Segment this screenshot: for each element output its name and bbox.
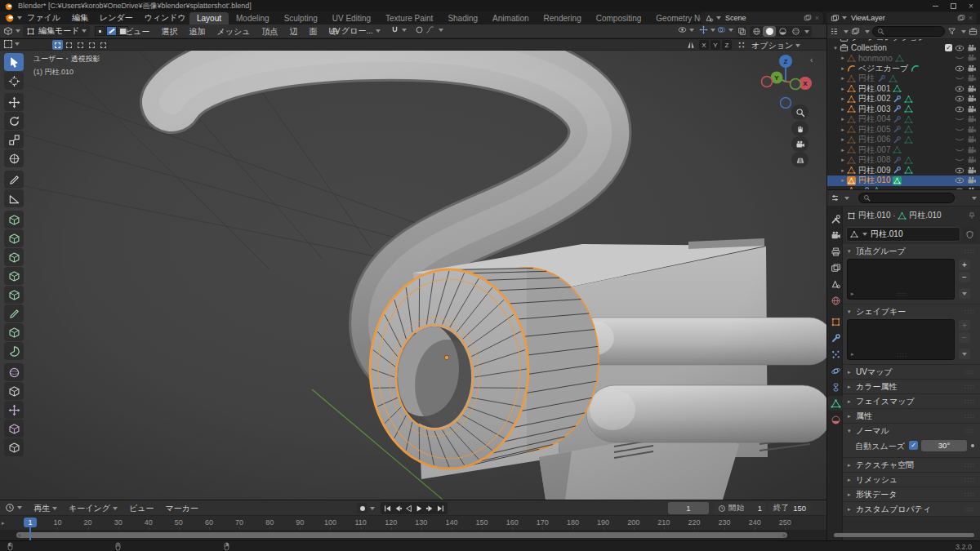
timeline-menu-1[interactable]: キーイング <box>63 503 123 514</box>
xray-toggle[interactable] <box>736 26 747 37</box>
mirror-y-button[interactable]: Y <box>710 40 720 50</box>
sidebar-toggle[interactable]: ‹ <box>810 56 813 64</box>
mirror-x-button[interactable]: X <box>699 40 709 50</box>
tool-scale[interactable] <box>4 131 24 149</box>
render-camera-icon[interactable] <box>967 145 977 155</box>
properties-tab-world[interactable] <box>828 293 843 308</box>
section-header-フェイスマップ[interactable]: ▸フェイスマップ:::: <box>843 394 980 408</box>
viewport-menu-0[interactable]: ビュー <box>119 26 155 38</box>
outliner-row-円柱[interactable]: ▸円柱 <box>827 73 980 84</box>
workspace-tab-layout[interactable]: Layout <box>189 12 229 24</box>
disclosure-icon[interactable]: ▸ <box>839 65 847 72</box>
disclosure-icon[interactable]: ▸ <box>839 75 847 82</box>
object-icon[interactable] <box>847 211 856 220</box>
frame-end-field[interactable]: 終了150 <box>768 502 811 514</box>
properties-tab-constraints[interactable] <box>828 380 843 394</box>
tool-select-box[interactable] <box>4 53 24 71</box>
titlebar[interactable]: Blender* [C:¥Users¥korob¥OneDrive¥画像¥ble… <box>0 0 980 11</box>
edge-select-button[interactable] <box>106 26 117 36</box>
visibility-eye-icon[interactable] <box>955 104 964 114</box>
remove-icon[interactable]: × <box>969 14 973 22</box>
play-reverse-icon[interactable] <box>403 504 414 513</box>
auto-smooth-angle-field[interactable]: 30° <box>921 440 967 451</box>
section-header-属性[interactable]: ▸属性:::: <box>843 409 980 423</box>
viewlayer-selector[interactable]: ViewLayer × <box>826 12 977 24</box>
outliner-row-円柱.008[interactable]: ▸円柱.008 <box>827 155 980 166</box>
tool-annotate[interactable] <box>4 171 24 189</box>
timeline-editor-button[interactable] <box>5 503 22 513</box>
render-camera-icon[interactable] <box>967 73 977 83</box>
visibility-eye-icon[interactable] <box>955 43 964 53</box>
outliner-row-円柱.003[interactable]: ▸円柱.003 <box>827 104 980 115</box>
workspace-tab-texture-paint[interactable]: Texture Paint <box>378 12 440 24</box>
workspace-tab-animation[interactable]: Animation <box>485 12 536 24</box>
disclosure-icon[interactable]: ▸ <box>839 96 847 102</box>
outliner-row-円柱.002[interactable]: ▸円柱.002 <box>827 94 980 104</box>
visibility-eye-icon[interactable] <box>955 155 964 165</box>
visibility-eye-icon[interactable] <box>955 135 964 144</box>
visibility-dropdown[interactable] <box>678 25 694 34</box>
timeline-scrollbar[interactable] <box>16 532 787 538</box>
gizmo-neg-z[interactable] <box>781 98 791 109</box>
animate-dot-button[interactable] <box>971 444 974 447</box>
disclosure-icon[interactable]: ▸ <box>839 86 847 92</box>
minimize-icon[interactable] <box>926 0 944 11</box>
visibility-eye-icon[interactable] <box>955 145 964 155</box>
close-icon[interactable]: × <box>962 0 980 11</box>
timeline-track[interactable] <box>0 530 826 540</box>
disclosure-icon[interactable]: ▸ <box>839 157 847 163</box>
viewport-menu-6[interactable]: 面 <box>303 26 323 38</box>
play-icon[interactable] <box>414 504 425 513</box>
outliner-row-ベジエカーブ[interactable]: ▸ベジエカーブ <box>827 64 980 74</box>
add-item-button[interactable]: + <box>959 320 970 331</box>
tool-transform[interactable] <box>4 149 24 167</box>
timeline-ruler[interactable]: ▸ 10203040506070809010011012013014015016… <box>0 516 826 530</box>
ortho-grid-button[interactable] <box>791 152 808 167</box>
render-camera-icon[interactable] <box>967 94 977 104</box>
name-field[interactable]: 円柱.010 <box>846 227 960 242</box>
breadcrumb-object[interactable]: 円柱.010 <box>858 210 890 221</box>
render-camera-icon[interactable] <box>967 125 977 135</box>
next-keyframe-icon[interactable] <box>425 504 435 513</box>
outliner-row-円柱.009[interactable]: ▸円柱.009 <box>827 166 980 176</box>
properties-tab-render[interactable] <box>828 228 843 242</box>
material-shading-button[interactable] <box>776 26 789 37</box>
topbar-menu-1[interactable]: 編集 <box>66 12 94 24</box>
section-header-シェイプキー[interactable]: ▾シェイプキー:::: <box>843 304 980 318</box>
disclosure-icon[interactable]: ▸ <box>839 188 847 189</box>
gizmo-neg-y[interactable] <box>791 79 801 90</box>
workspace-tab-sculpting[interactable]: Sculpting <box>277 12 325 24</box>
display-mode-icon[interactable] <box>851 27 860 36</box>
properties-tab-particles[interactable] <box>828 347 843 362</box>
outliner-row-円柱.004[interactable]: ▸円柱.004 <box>827 114 980 125</box>
mesh-data-icon[interactable] <box>898 211 906 220</box>
navigation-gizmo[interactable]: Z X Y <box>760 52 812 111</box>
tool-rip-region[interactable] <box>4 438 24 456</box>
section-header-UVマップ[interactable]: ▸UVマップ:::: <box>843 365 980 379</box>
transform-orientation[interactable]: グロー... <box>330 25 381 37</box>
section-header-リメッシュ[interactable]: ▸リメッシュ:::: <box>843 473 980 487</box>
visibility-eye-icon[interactable] <box>955 64 964 73</box>
section-header-テクスチャ空間[interactable]: ▸テクスチャ空間:::: <box>843 458 980 472</box>
new-collection-icon[interactable] <box>969 27 978 36</box>
current-frame-field[interactable]: 1 <box>668 502 709 514</box>
tool-measure[interactable] <box>4 189 24 207</box>
workspace-tab-modeling[interactable]: Modeling <box>229 12 277 24</box>
viewport-menu-3[interactable]: メッシュ <box>211 26 256 38</box>
outliner-row-円柱.006[interactable]: ▸円柱.006 <box>827 135 980 145</box>
topbar-menu-2[interactable]: レンダー <box>94 12 139 24</box>
list-filter-icon[interactable]: ▸ <box>851 291 854 297</box>
visibility-eye-icon[interactable] <box>955 186 964 189</box>
wireframe-shading-button[interactable] <box>750 26 763 37</box>
disclosure-icon[interactable]: ▸ <box>839 55 847 61</box>
section-header-形状データ[interactable]: ▸形状データ:::: <box>843 487 980 501</box>
collection-checkbox[interactable]: ✓ <box>945 44 952 51</box>
visibility-eye-icon[interactable] <box>955 166 964 176</box>
timeline-expand-icon[interactable]: ▸ <box>2 520 5 527</box>
select-mode-intersect-button[interactable] <box>98 40 109 50</box>
properties-tab-scene[interactable] <box>828 277 843 291</box>
tool-move[interactable] <box>4 93 24 111</box>
section-header-カラー属性[interactable]: ▸カラー属性:::: <box>843 380 980 393</box>
gizmo-neg-x[interactable] <box>762 77 773 87</box>
outliner-row-honmono[interactable]: ▸honmono <box>827 53 980 64</box>
